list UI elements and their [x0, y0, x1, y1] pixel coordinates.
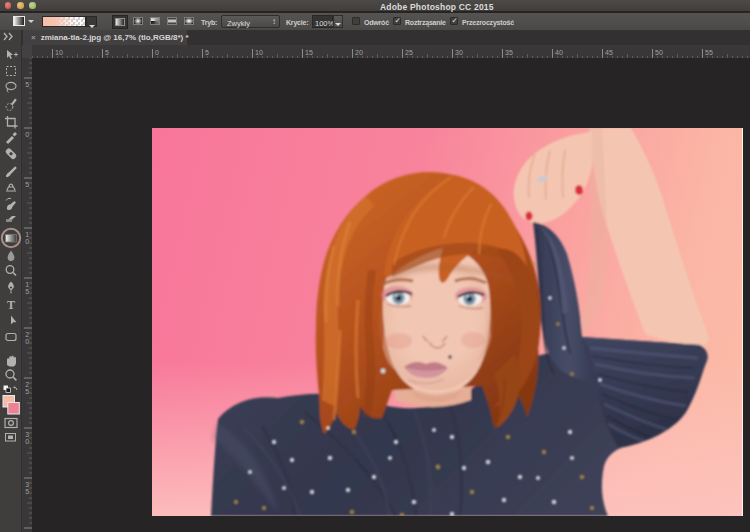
svg-text:5: 5 — [105, 49, 109, 56]
svg-text:40: 40 — [555, 49, 563, 56]
svg-text:0: 0 — [25, 238, 29, 245]
svg-text:30: 30 — [455, 49, 463, 56]
svg-text:25: 25 — [405, 49, 413, 56]
svg-text:45: 45 — [605, 49, 613, 56]
svg-text:5: 5 — [25, 288, 29, 295]
svg-text:0: 0 — [155, 49, 159, 56]
svg-text:5: 5 — [25, 488, 29, 495]
svg-text:5: 5 — [205, 49, 209, 56]
svg-text:5: 5 — [25, 181, 29, 188]
svg-text:10: 10 — [255, 49, 263, 56]
svg-text:15: 15 — [305, 49, 313, 56]
svg-text:T: T — [7, 298, 15, 312]
svg-text:5: 5 — [25, 81, 29, 88]
svg-text:10: 10 — [55, 49, 63, 56]
svg-text:5: 5 — [25, 388, 29, 395]
svg-text:20: 20 — [355, 49, 363, 56]
svg-text:0: 0 — [25, 438, 29, 445]
svg-text:35: 35 — [505, 49, 513, 56]
svg-text:50: 50 — [655, 49, 663, 56]
svg-text:55: 55 — [705, 49, 713, 56]
svg-text:0: 0 — [25, 131, 29, 138]
svg-text:0: 0 — [25, 338, 29, 345]
